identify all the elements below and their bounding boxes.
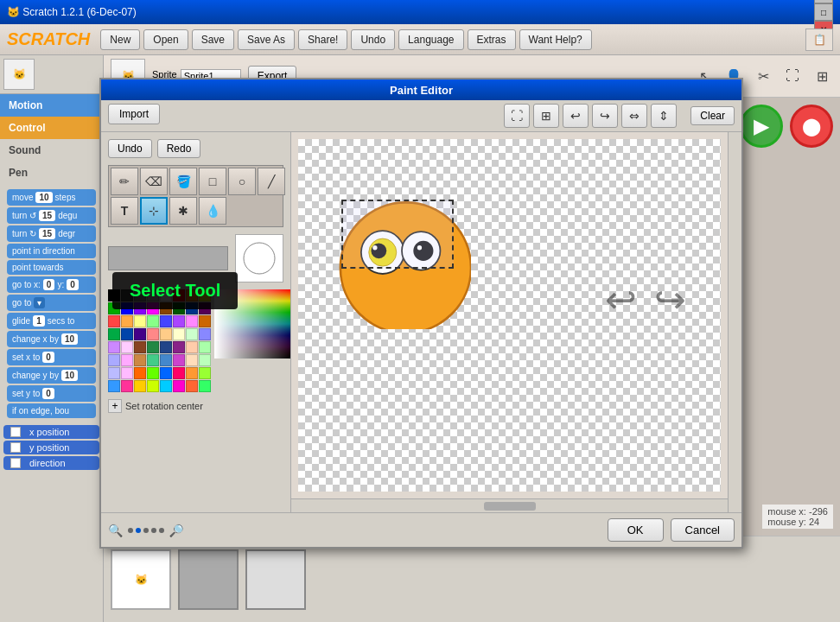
color-swatch[interactable] (160, 341, 172, 353)
color-swatch[interactable] (121, 367, 133, 379)
color-swatch[interactable] (173, 328, 185, 340)
color-swatch[interactable] (186, 380, 198, 392)
color-swatch[interactable] (121, 354, 133, 366)
color-swatch[interactable] (147, 367, 159, 379)
line-tool[interactable]: ╱ (258, 168, 285, 195)
color-swatch[interactable] (186, 315, 198, 327)
color-swatch[interactable] (173, 315, 185, 327)
save-as-button[interactable]: Save As (238, 29, 295, 50)
cancel-button[interactable]: Cancel (671, 518, 735, 542)
maximize-button[interactable]: □ (814, 3, 833, 21)
go-button[interactable]: ▶ (740, 105, 783, 148)
color-swatch[interactable] (186, 354, 198, 366)
color-swatch[interactable] (173, 354, 185, 366)
color-swatch[interactable] (108, 341, 120, 353)
category-motion[interactable]: Motion (0, 94, 103, 117)
fit-canvas-icon[interactable]: ⛶ (504, 104, 530, 128)
script-goto-xy[interactable]: go to x: 0 y: 0 (7, 276, 96, 293)
script-turn-right[interactable]: turn ↻ 15 degr (7, 225, 96, 242)
clear-button[interactable]: Clear (690, 106, 735, 125)
rect-tool[interactable]: □ (199, 168, 226, 195)
color-swatch[interactable] (173, 289, 185, 301)
color-swatch[interactable] (199, 367, 211, 379)
color-swatch[interactable] (134, 367, 146, 379)
color-swatch[interactable] (121, 315, 133, 327)
color-swatch[interactable] (199, 341, 211, 353)
monitor-x-check[interactable]: ✓ (10, 427, 21, 437)
zoom-dot-3[interactable] (143, 528, 149, 533)
script-turn-left[interactable]: turn ↺ 15 degu (7, 207, 96, 224)
color-swatch[interactable] (199, 302, 211, 314)
script-set-x[interactable]: set x to 0 (7, 349, 96, 365)
pe-redo-button[interactable]: Redo (157, 139, 201, 158)
color-swatch[interactable] (160, 328, 172, 340)
notepad-icon[interactable]: 📋 (805, 29, 833, 51)
color-swatch[interactable] (186, 289, 198, 301)
zoom-dot-4[interactable] (151, 528, 156, 533)
color-swatch[interactable] (147, 380, 159, 392)
ok-button[interactable]: OK (608, 518, 664, 542)
script-point-direction[interactable]: point in direction (7, 244, 96, 258)
language-button[interactable]: Language (398, 29, 463, 50)
new-button[interactable]: New (100, 29, 140, 50)
color-swatch[interactable] (199, 289, 211, 301)
help-button[interactable]: Want Help? (519, 29, 592, 50)
script-set-y[interactable]: set y to 0 (7, 385, 96, 402)
color-swatch[interactable] (108, 302, 120, 314)
script-goto[interactable]: go to ▾ (7, 295, 96, 311)
color-swatch[interactable] (199, 380, 211, 392)
category-pen[interactable]: Pen (0, 162, 103, 184)
pe-canvas[interactable]: ↩ ↪ (298, 139, 721, 492)
eyedropper-tool[interactable]: 💧 (199, 197, 226, 225)
h-scroll-thumb[interactable] (484, 502, 536, 511)
undo-menu-button[interactable]: Undo (351, 29, 395, 50)
color-swatch[interactable] (108, 328, 120, 340)
pencil-tool[interactable]: ✏ (111, 168, 138, 195)
ellipse-tool[interactable]: ○ (228, 168, 256, 195)
color-swatch[interactable] (199, 354, 211, 366)
color-swatch[interactable] (121, 302, 133, 314)
open-button[interactable]: Open (143, 29, 188, 50)
set-rotation-center[interactable]: + Set rotation center (108, 399, 283, 413)
color-swatch[interactable] (160, 380, 172, 392)
color-swatch[interactable] (173, 367, 185, 379)
zoom-dot-5[interactable] (159, 528, 164, 533)
pe-horizontal-scrollbar[interactable] (291, 498, 728, 512)
script-glide[interactable]: glide 1 secs to (7, 313, 96, 329)
script-change-y[interactable]: change y by 10 (7, 367, 96, 384)
category-control[interactable]: Control (0, 117, 103, 139)
color-swatch[interactable] (121, 341, 133, 353)
extras-button[interactable]: Extras (468, 29, 516, 50)
grid-icon[interactable]: ⊞ (811, 65, 833, 87)
color-swatch[interactable] (134, 302, 146, 314)
category-sound[interactable]: Sound (0, 139, 103, 162)
color-swatch[interactable] (160, 315, 172, 327)
save-button[interactable]: Save (192, 29, 234, 50)
pe-undo-button[interactable]: Undo (108, 139, 152, 158)
share-button[interactable]: Share! (298, 29, 347, 50)
color-swatch[interactable] (199, 328, 211, 340)
zoom-in-icon[interactable]: 🔍 (169, 524, 184, 537)
color-swatch[interactable] (186, 367, 198, 379)
color-swatch[interactable] (173, 380, 185, 392)
flip-h-icon[interactable]: ⇔ (621, 104, 647, 128)
color-swatch[interactable] (121, 328, 133, 340)
monitor-dir-check[interactable]: ✓ (10, 458, 21, 468)
eraser-tool[interactable]: ⌫ (140, 168, 168, 195)
undo-icon[interactable]: ↩ (563, 104, 589, 128)
color-swatch[interactable] (147, 328, 159, 340)
redo-icon[interactable]: ↪ (592, 104, 618, 128)
zoom-dot-2[interactable] (136, 528, 141, 533)
zoom-dot-1[interactable] (128, 528, 133, 533)
color-swatch[interactable] (186, 328, 198, 340)
color-swatch[interactable] (134, 341, 146, 353)
pe-color-picker[interactable] (214, 289, 290, 359)
fill-tool[interactable]: 🪣 (169, 168, 197, 195)
color-swatch[interactable] (160, 289, 172, 301)
sv-gradient[interactable] (214, 289, 290, 359)
color-swatch[interactable] (134, 315, 146, 327)
script-move[interactable]: move 10 steps (7, 189, 96, 206)
text-tool[interactable]: T (111, 197, 138, 225)
pe-vertical-scrollbar[interactable] (728, 132, 741, 512)
color-swatch[interactable] (147, 354, 159, 366)
